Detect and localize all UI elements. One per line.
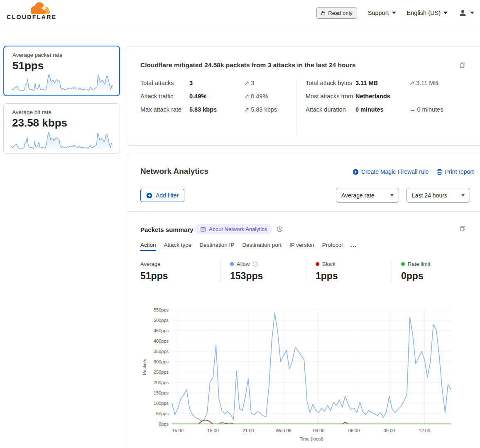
stat-delta: → 0 minutes (409, 105, 443, 114)
add-filter-button[interactable]: Add filter (140, 189, 184, 202)
expand-card-icon[interactable] (459, 225, 466, 232)
rate-limit-dot-icon (401, 262, 405, 266)
svg-text:Packets: Packets (142, 358, 147, 375)
chevron-down-icon (470, 12, 474, 14)
stat-value: Netherlands (355, 92, 409, 101)
dimension-tabs: Action Attack type Destination IP Destin… (140, 242, 356, 251)
summary-title: Cloudflare mitigated 24.58k packets from… (140, 61, 356, 69)
svg-text:400pps: 400pps (154, 338, 169, 343)
stat-label: Average (140, 261, 160, 267)
printer-icon (436, 169, 443, 175)
summary-stats-left: Total attacks 3 ↗ 3 Attack traffic 0.49%… (140, 78, 277, 114)
cloudflare-logo[interactable]: CLOUDFLARE (7, 2, 56, 20)
metric-select[interactable]: Average rate (336, 188, 399, 203)
book-icon (200, 226, 206, 232)
stat-value: 3 (189, 78, 244, 88)
svg-text:12:00: 12:00 (419, 428, 431, 433)
chevron-down-icon (390, 194, 394, 197)
svg-text:Time (local): Time (local) (299, 436, 323, 441)
svg-text:50pps: 50pps (156, 411, 169, 416)
tab-ip-version[interactable]: IP version (289, 242, 314, 251)
cloudflare-dashboard: CLOUDFLARE Read only Support English (US… (0, 0, 480, 448)
chevron-down-icon (461, 194, 465, 197)
stat-label: Allow (237, 261, 250, 267)
time-range-select[interactable]: Last 24 hours (407, 188, 470, 203)
top-header: CLOUDFLARE Read only Support English (US… (0, 0, 480, 26)
header-actions: Read only Support English (US) (316, 0, 474, 26)
metric-card-packet-rate[interactable]: Average packet rate 51pps (3, 46, 120, 96)
info-icon[interactable] (252, 261, 258, 267)
stat-delta: ↗ 0.49% (244, 92, 277, 101)
stat-value: 0pps (401, 270, 477, 282)
svg-text:350pps: 350pps (154, 349, 169, 354)
tab-destination-ip[interactable]: Destination IP (199, 242, 234, 251)
read-only-label: Read only (328, 10, 353, 16)
stat-value: 5.83 kbps (189, 105, 244, 114)
packets-summary-title: Packets summary (140, 226, 193, 233)
card-divider (127, 211, 480, 212)
history-clock-icon[interactable] (277, 226, 283, 232)
series-stats-row: Average 51pps Allow 153pps Blo (140, 260, 477, 282)
stat-value: 153pps (230, 270, 306, 282)
language-label: English (US) (407, 10, 441, 16)
stat-rate-limit: Rate limit 0pps (392, 260, 477, 282)
analytics-links: Create Magic Firewall rule Print report (353, 168, 474, 175)
svg-text:200pps: 200pps (154, 380, 169, 385)
stat-allow: Allow 153pps (220, 260, 306, 282)
svg-text:300pps: 300pps (154, 359, 169, 364)
tab-protocol[interactable]: Protocol (322, 242, 343, 251)
stat-label: Attack traffic (140, 92, 189, 101)
expand-card-icon[interactable] (459, 62, 466, 68)
about-network-analytics-badge[interactable]: About Network Analytics (195, 224, 272, 234)
stat-value: 1pps (316, 270, 392, 282)
network-analytics-card: Network Analytics Create Magic Firewall … (127, 153, 480, 448)
create-magic-firewall-rule-link[interactable]: Create Magic Firewall rule (353, 168, 429, 175)
svg-text:06:00: 06:00 (348, 428, 360, 433)
account-menu[interactable] (458, 9, 474, 17)
more-tabs-icon[interactable] (350, 246, 356, 251)
tab-attack-type[interactable]: Attack type (164, 242, 192, 251)
stats-divider (296, 79, 296, 134)
svg-text:09:00: 09:00 (384, 428, 395, 433)
stat-average: Average 51pps (140, 260, 220, 282)
metric-select-value: Average rate (341, 192, 375, 199)
stat-value: 0 minutes (355, 105, 409, 114)
attack-summary-card: Cloudflare mitigated 24.58k packets from… (127, 46, 480, 146)
cloudflare-cloud-icon (28, 2, 51, 15)
user-icon (458, 9, 467, 17)
stat-delta: ↗ 3 (244, 78, 277, 88)
svg-text:15:00: 15:00 (172, 428, 184, 433)
stat-value: 0.49% (189, 92, 244, 101)
stat-label: Block (322, 261, 336, 267)
lock-icon (321, 10, 326, 16)
print-report-link[interactable]: Print report (436, 168, 474, 175)
chevron-down-icon (392, 12, 396, 14)
packets-time-series-chart[interactable]: 15:0018:0021:00Wed 0603:0006:0009:0012:0… (140, 302, 464, 448)
svg-text:18:00: 18:00 (207, 428, 219, 433)
stat-label: Rate limit (408, 261, 430, 267)
chevron-down-icon (443, 12, 448, 14)
svg-text:550pps: 550pps (154, 307, 169, 312)
svg-text:100pps: 100pps (154, 401, 169, 406)
tab-action[interactable]: Action (140, 242, 156, 251)
support-menu[interactable]: Support (368, 10, 396, 16)
stat-label: Attack duration (306, 105, 355, 114)
metric-label: Average bit rate (12, 109, 51, 115)
stat-delta: ↗ 5.83 kbps (244, 105, 277, 114)
tab-destination-port[interactable]: Destination port (242, 242, 282, 251)
svg-text:Wed 06: Wed 06 (276, 428, 291, 433)
svg-text:0pps: 0pps (159, 421, 169, 426)
stat-delta: ↗ 3.11 MB (409, 78, 443, 88)
support-label: Support (368, 10, 389, 16)
packet-rate-sparkline (12, 71, 113, 93)
metric-value: 23.58 kbps (12, 117, 67, 129)
svg-text:250pps: 250pps (154, 370, 169, 375)
allow-dot-icon (230, 262, 234, 266)
metric-label: Average packet rate (12, 52, 63, 58)
svg-text:500pps: 500pps (154, 318, 169, 323)
time-range-select-value: Last 24 hours (412, 192, 447, 199)
metric-card-bit-rate[interactable]: Average bit rate 23.58 kbps (3, 103, 120, 154)
stat-value: 3.11 MB (355, 78, 409, 88)
stat-block: Block 1pps (306, 260, 392, 282)
language-menu[interactable]: English (US) (407, 10, 448, 16)
